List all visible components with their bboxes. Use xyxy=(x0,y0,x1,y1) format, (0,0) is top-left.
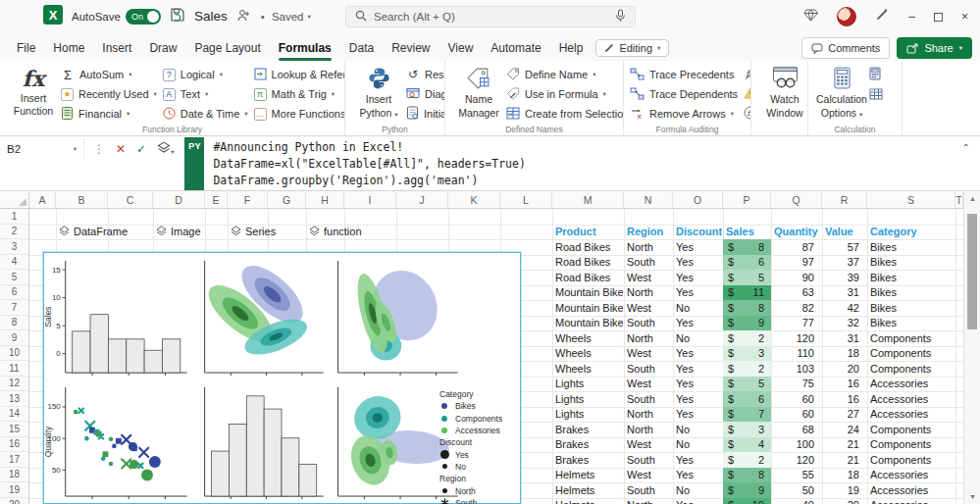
col-header-D[interactable]: D xyxy=(153,192,205,209)
col-header-R[interactable]: R xyxy=(822,192,867,209)
col-header-S[interactable]: S xyxy=(867,192,955,209)
editing-mode-button[interactable]: Editing▾ xyxy=(595,39,669,57)
cell-S19[interactable]: Accessories xyxy=(870,482,954,498)
cell-S5[interactable]: Bikes xyxy=(870,270,954,285)
cell-R15[interactable]: 24 xyxy=(822,422,859,437)
comments-button[interactable]: Comments xyxy=(801,37,890,59)
row-header-1[interactable]: 1 xyxy=(0,209,29,225)
col-header-C[interactable]: C xyxy=(108,192,153,209)
col-header-P[interactable]: P xyxy=(723,192,771,209)
cell-O13[interactable]: Yes xyxy=(676,391,722,407)
tab-draw[interactable]: Draw xyxy=(140,38,185,58)
cell-S4[interactable]: Bikes xyxy=(870,255,954,271)
cell-M18[interactable]: Helmets xyxy=(555,468,623,483)
initialization-button[interactable]: Initialization xyxy=(406,104,445,124)
cell-N6[interactable]: North xyxy=(627,285,672,301)
cell-O4[interactable]: Yes xyxy=(676,255,722,271)
cell-P6[interactable]: $11 xyxy=(723,285,771,301)
error-checking-button[interactable]: ▾ xyxy=(744,84,751,104)
scroll-up-button[interactable]: ▲ xyxy=(964,195,980,202)
cell-Q17[interactable]: 120 xyxy=(771,452,814,468)
cell-S17[interactable]: Components xyxy=(870,452,954,468)
cell-P19[interactable]: $9 xyxy=(723,482,771,498)
cell-O6[interactable]: Yes xyxy=(676,285,722,301)
row-header-15[interactable]: 15 xyxy=(0,422,29,437)
cell-R8[interactable]: 32 xyxy=(822,316,859,331)
tab-insert[interactable]: Insert xyxy=(93,38,140,58)
vertical-scrollbar[interactable]: ▲ ▼ xyxy=(963,192,980,504)
cell-N20[interactable]: North xyxy=(627,498,672,504)
cell-P15[interactable]: $3 xyxy=(723,422,771,437)
cell-S9[interactable]: Components xyxy=(870,330,954,346)
cell-M7[interactable]: Mountain Bikes xyxy=(555,300,623,316)
row-header-2[interactable]: 2 xyxy=(0,225,29,240)
cell-Q13[interactable]: 60 xyxy=(771,391,814,407)
cancel-button[interactable]: ✕ xyxy=(116,142,126,156)
cell-O15[interactable]: No xyxy=(676,422,722,437)
cell-R2-header[interactable]: Value xyxy=(825,225,866,240)
cell-S16[interactable]: Components xyxy=(870,437,954,453)
row-header-17[interactable]: 17 xyxy=(0,452,29,468)
cell-S13[interactable]: Accessories xyxy=(870,391,954,407)
cell-O8[interactable]: Yes xyxy=(676,316,722,331)
cell-M19[interactable]: Helmets xyxy=(555,482,623,498)
cell-P5[interactable]: $5 xyxy=(723,270,771,285)
lookup-reference-button[interactable]: Lookup & Reference▾ xyxy=(254,65,345,84)
microphone-icon[interactable] xyxy=(615,9,626,25)
row-header-7[interactable]: 7 xyxy=(0,300,29,316)
tab-page-layout[interactable]: Page Layout xyxy=(185,38,269,58)
row-header-3[interactable]: 3 xyxy=(0,239,29,255)
cell-R18[interactable]: 18 xyxy=(822,468,859,483)
cell-R13[interactable]: 16 xyxy=(822,391,859,407)
cell-M9[interactable]: Wheels xyxy=(555,330,623,346)
cell-R7[interactable]: 42 xyxy=(822,300,859,316)
cell-S2-header[interactable]: Category xyxy=(870,225,954,240)
cell-M10[interactable]: Wheels xyxy=(555,346,623,362)
cell-P9[interactable]: $2 xyxy=(723,330,771,346)
cell-R9[interactable]: 31 xyxy=(822,330,859,346)
cell-S3[interactable]: Bikes xyxy=(870,239,954,255)
cell-Q10[interactable]: 110 xyxy=(771,346,814,362)
cell-P8[interactable]: $9 xyxy=(723,316,771,331)
cell-P12[interactable]: $5 xyxy=(723,377,771,392)
tab-review[interactable]: Review xyxy=(383,38,438,58)
cell-O5[interactable]: Yes xyxy=(676,270,722,285)
cell-N10[interactable]: West xyxy=(627,346,672,362)
cell-Q5[interactable]: 90 xyxy=(771,270,814,285)
maximize-button[interactable] xyxy=(934,8,943,25)
cell-N14[interactable]: North xyxy=(627,407,672,423)
col-header-I[interactable]: I xyxy=(344,192,396,209)
worksheet-grid[interactable]: ABCDEFGHIJKLMNOPQRST 1234567891011121314… xyxy=(0,192,980,504)
cell-F2-series[interactable]: Series xyxy=(231,225,276,240)
cell-N13[interactable]: South xyxy=(627,391,672,407)
financial-button[interactable]: Financial▾ xyxy=(61,104,157,124)
cell-S18[interactable]: Accessories xyxy=(870,468,954,483)
cell-O14[interactable]: Yes xyxy=(676,407,722,423)
col-header-Q[interactable]: Q xyxy=(771,192,822,209)
scroll-thumb[interactable] xyxy=(967,214,977,329)
cell-S14[interactable]: Accessories xyxy=(870,407,954,423)
cell-Q16[interactable]: 100 xyxy=(771,437,814,453)
save-icon[interactable] xyxy=(170,7,185,26)
cell-N9[interactable]: North xyxy=(627,330,672,346)
cell-D2-image[interactable]: Image xyxy=(156,225,201,240)
cell-P17[interactable]: $2 xyxy=(723,452,771,468)
cell-M13[interactable]: Lights xyxy=(555,391,623,407)
row-header-16[interactable]: 16 xyxy=(0,437,29,453)
col-header-K[interactable]: K xyxy=(448,192,500,209)
more-functions-button[interactable]: …More Functions▾ xyxy=(254,104,345,124)
tab-formulas[interactable]: Formulas xyxy=(270,38,340,58)
cell-Q9[interactable]: 120 xyxy=(771,330,814,346)
cell-R3[interactable]: 57 xyxy=(822,239,859,255)
calculate-sheet-button[interactable] xyxy=(869,85,883,106)
avatar[interactable] xyxy=(837,7,856,26)
cell-R16[interactable]: 21 xyxy=(822,437,859,453)
cell-Q6[interactable]: 63 xyxy=(771,285,814,301)
row-header-13[interactable]: 13 xyxy=(0,391,29,407)
cell-R6[interactable]: 31 xyxy=(822,285,859,301)
cell-N3[interactable]: North xyxy=(627,239,672,255)
cell-N12[interactable]: West xyxy=(627,377,672,392)
row-header-19[interactable]: 19 xyxy=(0,482,29,498)
cell-R17[interactable]: 21 xyxy=(822,452,859,468)
cell-N16[interactable]: West xyxy=(627,437,672,453)
